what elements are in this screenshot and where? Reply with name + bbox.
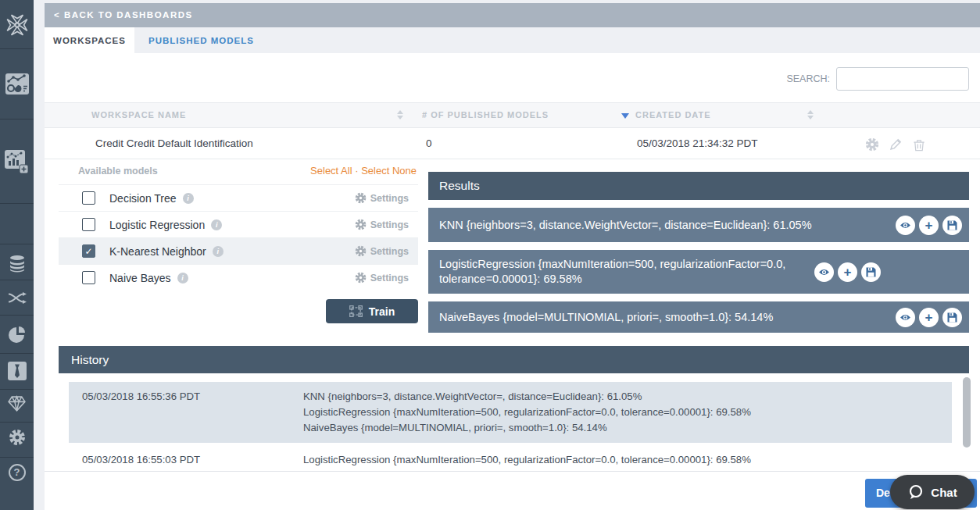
search-input[interactable] <box>836 67 969 91</box>
sidebar-divider <box>0 422 34 423</box>
info-icon[interactable]: i <box>211 219 222 230</box>
result-text: NaiveBayes {model=MULTINOMIAL, priori=, … <box>439 310 896 325</box>
main-panel: SEARCH: WORKSPACE NAME # OF PUBLISHED MO… <box>45 53 980 510</box>
add-plus-icon[interactable]: + <box>919 308 939 327</box>
settings-label: Settings <box>370 219 409 230</box>
table-row[interactable]: Credit Credit Default Identification 0 0… <box>45 128 980 159</box>
tab-published-models[interactable]: PUBLISHED MODELS <box>148 27 254 54</box>
row-edit-pencil-icon[interactable] <box>887 136 904 153</box>
dashboards-icon[interactable] <box>0 73 34 95</box>
col-created-date: CREATED DATE <box>635 103 711 127</box>
results-panel: Results KNN {neighbors=3, distance.Weigh… <box>428 172 969 336</box>
sort-icon[interactable] <box>397 110 403 119</box>
model-label: Decision Tree <box>109 192 177 205</box>
workspace-table-header: WORKSPACE NAME # OF PUBLISHED MODELS CRE… <box>45 102 980 128</box>
sidebar-divider <box>0 244 34 244</box>
info-icon[interactable]: i <box>213 246 224 257</box>
sidebar-divider <box>0 280 34 280</box>
app-root: ? < BACK TO DASHBOARDS WORKSPACES PUBLIS… <box>0 0 980 510</box>
gear-icon <box>355 245 367 257</box>
sidebar-divider <box>0 457 34 458</box>
select-all-link[interactable]: Select All <box>310 165 352 177</box>
history-results: KNN {neighbors=3, distance.WeightVector=… <box>303 389 751 436</box>
settings-gear-icon[interactable] <box>0 429 34 446</box>
history-scrollbar[interactable] <box>963 377 971 448</box>
checkbox-naive-bayes[interactable] <box>82 271 95 284</box>
published-models-cell: 0 <box>426 128 432 159</box>
info-icon[interactable]: i <box>183 193 194 204</box>
history-entry[interactable]: 05/03/2018 16:55:03 PDT LogisticRegressi… <box>69 445 952 465</box>
database-icon[interactable] <box>0 255 34 273</box>
view-eye-icon[interactable] <box>896 216 915 235</box>
checkbox-k-nearest-neighbor[interactable]: ✓ <box>82 244 95 258</box>
history-panel: History 05/03/2018 16:55:36 PDT KNN {nei… <box>59 346 969 465</box>
settings-label: Settings <box>370 246 409 257</box>
col-published-models: # OF PUBLISHED MODELS <box>422 103 549 127</box>
add-dashboard-icon[interactable] <box>0 150 34 174</box>
model-settings-button[interactable]: Settings <box>355 245 409 257</box>
gear-icon <box>355 272 367 284</box>
history-line: NaiveBayes {model=MULTINOMIAL, priori=, … <box>303 420 751 436</box>
search-label: SEARCH: <box>771 73 830 84</box>
result-bar-logistic-regression: LogisticRegression {maxNumIteration=500,… <box>428 250 969 294</box>
sort-desc-icon[interactable] <box>621 113 629 119</box>
model-settings-button[interactable]: Settings <box>355 219 409 230</box>
history-list: 05/03/2018 16:55:36 PDT KNN {neighbors=3… <box>69 382 952 465</box>
view-eye-icon[interactable] <box>896 308 915 327</box>
chat-button[interactable]: Chat <box>890 475 975 509</box>
add-plus-icon[interactable]: + <box>838 262 857 282</box>
model-settings-button[interactable]: Settings <box>355 272 409 284</box>
history-results: LogisticRegression {maxNumIteration=500,… <box>303 452 751 465</box>
sidebar-divider <box>0 353 34 354</box>
history-line: KNN {neighbors=3, distance.WeightVector=… <box>303 389 751 405</box>
select-links: Select All · Select None <box>310 165 417 177</box>
model-row-k-nearest-neighbor: ✓ K-Nearest Neighbor i Settings <box>59 237 418 264</box>
results-title: Results <box>428 172 969 200</box>
select-none-link[interactable]: Select None <box>361 165 417 177</box>
chat-bubble-icon <box>907 484 925 500</box>
checkbox-logistic-regression[interactable] <box>82 218 95 231</box>
tie-icon[interactable] <box>0 362 34 380</box>
model-settings-button[interactable]: Settings <box>355 192 409 204</box>
model-row-decision-tree: Decision Tree i Settings <box>59 184 418 211</box>
chat-label: Chat <box>931 486 957 499</box>
pie-chart-icon[interactable] <box>0 326 34 343</box>
train-icon <box>349 305 363 317</box>
sidebar-divider <box>0 48 34 49</box>
result-bar-knn: KNN {neighbors=3, distance.WeightVector=… <box>428 208 969 242</box>
created-date-cell: 05/03/2018 21:34:32 PDT <box>637 128 758 159</box>
row-settings-gear-icon[interactable] <box>864 136 881 153</box>
train-label: Train <box>369 305 395 318</box>
history-title: History <box>59 346 969 373</box>
result-bar-naive-bayes: NaiveBayes {model=MULTINOMIAL, priori=, … <box>428 301 969 333</box>
info-icon[interactable]: i <box>177 273 188 284</box>
save-floppy-icon[interactable] <box>942 308 962 327</box>
train-button[interactable]: Train <box>326 299 418 323</box>
row-delete-trash-icon[interactable] <box>910 136 928 153</box>
shuffle-icon[interactable] <box>0 291 34 305</box>
history-entry[interactable]: 05/03/2018 16:55:36 PDT KNN {neighbors=3… <box>69 382 952 443</box>
view-eye-icon[interactable] <box>814 262 834 282</box>
diamond-icon[interactable] <box>0 395 34 412</box>
history-timestamp: 05/03/2018 16:55:36 PDT <box>82 389 303 436</box>
settings-label: Settings <box>370 193 409 204</box>
divider <box>45 471 980 472</box>
back-to-dashboards-button[interactable]: < BACK TO DASHBOARDS <box>45 3 980 27</box>
tab-workspaces[interactable]: WORKSPACES <box>45 27 134 54</box>
sidebar-divider <box>0 119 34 119</box>
save-floppy-icon[interactable] <box>861 262 881 282</box>
checkbox-decision-tree[interactable] <box>82 191 95 205</box>
history-timestamp: 05/03/2018 16:55:03 PDT <box>82 452 303 465</box>
app-logo-icon[interactable] <box>0 9 34 41</box>
available-models-panel: Available models Select All · Select Non… <box>59 160 418 291</box>
sort-icon[interactable] <box>807 110 814 119</box>
model-row-logistic-regression: Logistic Regression i Settings <box>59 211 418 237</box>
save-floppy-icon[interactable] <box>942 216 962 235</box>
workspace-name-cell: Credit Credit Default Identification <box>95 128 253 159</box>
add-plus-icon[interactable]: + <box>919 216 939 235</box>
history-line: LogisticRegression {maxNumIteration=500,… <box>303 405 751 420</box>
available-models-title: Available models <box>78 166 158 177</box>
col-workspace-name: WORKSPACE NAME <box>91 103 186 127</box>
result-text: LogisticRegression {maxNumIteration=500,… <box>439 257 814 287</box>
help-icon[interactable]: ? <box>0 464 34 481</box>
